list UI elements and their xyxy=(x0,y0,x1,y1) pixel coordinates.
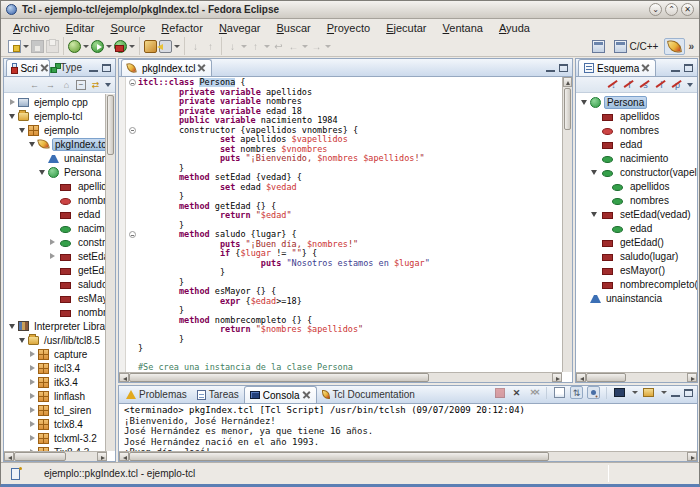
console-tab-problemas[interactable]: Problemas xyxy=(121,386,192,403)
perspective-overflow-chevron[interactable]: » xyxy=(688,41,694,52)
explorer-item-nacimiento[interactable]: nacimiento xyxy=(4,221,107,235)
vscroll-thumb[interactable] xyxy=(564,88,571,130)
explorer-item-constructor-vapellidos-vnombres[interactable]: constructor(vapellidos vnombres) xyxy=(4,235,107,249)
expand-icon[interactable] xyxy=(28,378,37,387)
maximize-console-icon[interactable] xyxy=(684,389,693,397)
collapse-icon[interactable] xyxy=(590,210,599,219)
explorer-item-tclx8-4[interactable]: tclx8.4 xyxy=(4,417,107,431)
outline-item-edad[interactable]: edad xyxy=(576,137,697,151)
close-editor-icon[interactable] xyxy=(198,64,206,72)
forward-icon[interactable]: → xyxy=(44,78,57,91)
fold-collapse-icon[interactable] xyxy=(127,78,138,88)
code-line[interactable]: set edad $vedad xyxy=(127,183,562,193)
clear-icon[interactable] xyxy=(553,386,566,399)
console-tab-tareas[interactable]: Tareas xyxy=(192,386,244,403)
scroll-right-icon[interactable] xyxy=(687,452,697,461)
vscroll-thumb[interactable] xyxy=(107,95,114,155)
minimize-explorer-icon[interactable] xyxy=(89,64,98,72)
external-tools-dropdown-icon[interactable] xyxy=(129,45,135,48)
explorer-item-ejemplo-cpp[interactable]: ejemplo cpp xyxy=(4,95,107,109)
menu-ayuda[interactable]: Ayuda xyxy=(491,21,538,35)
remove-all-icon[interactable] xyxy=(527,386,540,399)
outline-item-nombres[interactable]: nombres xyxy=(576,123,697,137)
titlebar[interactable]: Tcl - ejemplo-tcl/ejemplo/pkgIndex.tcl -… xyxy=(1,1,699,19)
maximize-explorer-icon[interactable] xyxy=(102,64,111,72)
hscroll-thumb[interactable] xyxy=(129,373,429,382)
new-wizard-button[interactable] xyxy=(7,37,30,55)
editor-hscrollbar[interactable] xyxy=(119,372,562,382)
menu-ejecutar[interactable]: Ejecutar xyxy=(378,21,434,35)
hscroll-thumb[interactable] xyxy=(129,452,549,461)
scroll-left-icon[interactable] xyxy=(119,373,129,382)
explorer-item-saludo-lugar[interactable]: saludo(lugar) xyxy=(4,277,107,291)
menu-navegar[interactable]: Navegar xyxy=(211,21,269,35)
scroll-lock-icon[interactable] xyxy=(570,386,583,399)
editor-body[interactable]: itcl::class Persona { private variable a… xyxy=(119,77,572,382)
remove-launch-icon[interactable] xyxy=(510,386,523,399)
scroll-right-icon[interactable] xyxy=(97,452,107,461)
view-tab-type[interactable]: Type xyxy=(50,59,87,76)
expand-icon[interactable] xyxy=(48,238,57,247)
script-explorer-hscrollbar[interactable] xyxy=(4,451,107,461)
console-hscrollbar[interactable] xyxy=(119,451,697,461)
maximize-outline-icon[interactable] xyxy=(684,64,693,72)
collapse-icon[interactable] xyxy=(580,98,589,107)
collapse-icon[interactable] xyxy=(28,140,37,149)
explorer-item-pkgindex-tcl[interactable]: pkgIndex.tcl xyxy=(4,137,107,151)
explorer-item-usr-lib-tcl8-5[interactable]: /usr/lib/tcl8.5 xyxy=(4,333,107,347)
code-line[interactable]: return "$edad" xyxy=(127,211,562,221)
explorer-item-capture[interactable]: capture xyxy=(4,347,107,361)
collapse-all-icon[interactable]: − xyxy=(76,80,86,90)
close-outline-icon[interactable] xyxy=(642,64,650,72)
explorer-item-linflash[interactable]: linflash xyxy=(4,389,107,403)
outline-item-nombres[interactable]: nombres xyxy=(576,193,697,207)
menu-archivo[interactable]: Archivo xyxy=(5,21,58,35)
scroll-left-icon[interactable] xyxy=(4,452,14,461)
outline-item-apellidos[interactable]: apellidos xyxy=(576,109,697,123)
new-wizard-dropdown-icon[interactable] xyxy=(23,45,29,48)
view-menu-icon[interactable] xyxy=(105,83,111,87)
minimize-editor-icon[interactable] xyxy=(546,64,555,72)
home-icon[interactable]: ⌂ xyxy=(60,78,73,91)
run-dropdown-icon[interactable] xyxy=(106,45,112,48)
maximize-window-icon[interactable]: ⌃ xyxy=(665,3,678,16)
run-button[interactable] xyxy=(90,37,113,55)
scroll-right-icon[interactable] xyxy=(687,373,697,382)
console-tab-tcl-documentation[interactable]: Tcl Documentation xyxy=(317,386,420,403)
search-button[interactable] xyxy=(158,37,181,55)
explorer-item-tclxml-3-2[interactable]: tclxml-3.2 xyxy=(4,431,107,445)
scroll-right-icon[interactable] xyxy=(552,373,562,382)
outline-item-unainstancia[interactable]: unainstancia xyxy=(576,291,697,305)
outline-item-constructor-vapellidos-vnombres[interactable]: constructor(vapellidos vnombres) xyxy=(576,165,697,179)
menu-ventana[interactable]: Ventana xyxy=(435,21,491,35)
fold-minus-icon[interactable] xyxy=(129,79,136,86)
explorer-item-itk3-4[interactable]: itk3.4 xyxy=(4,375,107,389)
pin-icon[interactable] xyxy=(587,386,600,399)
scroll-up-icon[interactable] xyxy=(563,77,572,87)
code-line[interactable]: #Se crea una instancia de la clase Perso… xyxy=(127,363,562,372)
editor-tab-pkgindex[interactable]: pkgIndex.tcl xyxy=(121,59,212,76)
expand-icon[interactable] xyxy=(28,434,37,443)
code-line[interactable]: puts "¡Bienvenido, $nombres $apellidos!" xyxy=(127,154,562,164)
scroll-left-icon[interactable] xyxy=(576,373,586,382)
collapse-icon[interactable] xyxy=(590,168,599,177)
collapse-icon[interactable] xyxy=(38,168,47,177)
close-view-icon[interactable] xyxy=(303,391,311,399)
outline-item-setedad-vedad[interactable]: setEdad(vedad) xyxy=(576,207,697,221)
outline-item-nacimiento[interactable]: nacimiento xyxy=(576,151,697,165)
expand-icon[interactable] xyxy=(28,350,37,359)
fold-collapse-icon[interactable] xyxy=(127,126,138,136)
cpp-perspective-button[interactable]: C/C++ xyxy=(611,39,662,54)
close-view-icon[interactable] xyxy=(41,64,44,72)
outline-item-apellidos[interactable]: apellidos xyxy=(576,179,697,193)
expand-icon[interactable] xyxy=(28,392,37,401)
minimize-window-icon[interactable]: ⌄ xyxy=(649,3,662,16)
debug-dropdown-icon[interactable] xyxy=(83,45,89,48)
explorer-item-tcl-siren[interactable]: tcl_siren xyxy=(4,403,107,417)
code-line[interactable]: } xyxy=(127,344,562,354)
search-dropdown-icon[interactable] xyxy=(174,45,180,48)
view-menu-icon[interactable] xyxy=(687,83,693,87)
hscroll-thumb[interactable] xyxy=(14,452,66,461)
outline-item-saludo-lugar[interactable]: saludo(lugar) xyxy=(576,249,697,263)
outline-item-getedad[interactable]: getEdad() xyxy=(576,235,697,249)
